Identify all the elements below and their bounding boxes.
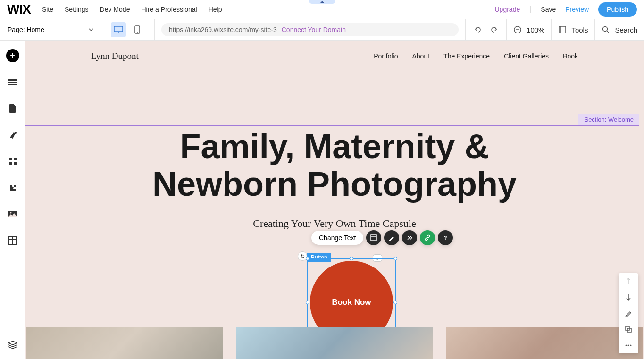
editor-canvas[interactable]: Lynn Dupont Portfolio About The Experien…	[25, 41, 644, 359]
nav-about[interactable]: About	[412, 52, 429, 60]
right-floating-panel	[619, 273, 638, 353]
top-bar-right: Upgrade | Save Preview Publish	[495, 2, 637, 17]
upgrade-link[interactable]: Upgrade	[495, 6, 520, 13]
guide-left	[95, 125, 95, 359]
nav-portfolio[interactable]: Portfolio	[374, 52, 398, 60]
add-element-button[interactable]: +	[6, 49, 19, 62]
link-icon	[424, 234, 431, 241]
image-icon	[8, 210, 17, 218]
arrow-up-icon	[626, 278, 631, 284]
svg-rect-13	[14, 162, 17, 165]
arrow-down-icon	[626, 294, 631, 301]
more-icon	[625, 344, 632, 346]
menu-help[interactable]: Help	[209, 6, 222, 13]
apps-button[interactable]	[6, 155, 19, 168]
tools-icon	[558, 25, 567, 34]
menu-site[interactable]: Site	[42, 6, 53, 13]
layout-icon	[370, 234, 377, 241]
svg-rect-0	[114, 26, 123, 32]
svg-point-9	[15, 132, 17, 134]
pages-button[interactable]	[6, 102, 19, 115]
layout-button[interactable]	[366, 230, 381, 245]
url-pill[interactable]: https://inka269.wixsite.com/my-site-3 Co…	[161, 23, 459, 36]
resize-handle-tr[interactable]	[393, 257, 397, 260]
layers-button[interactable]	[6, 338, 19, 351]
search-label: Search	[615, 26, 637, 34]
svg-point-5	[603, 27, 608, 32]
site-nav: Portfolio About The Experience Client Ga…	[374, 52, 578, 60]
svg-point-15	[10, 212, 11, 214]
sections-icon	[8, 78, 17, 86]
undo-button[interactable]	[472, 24, 484, 35]
connect-domain-link[interactable]: Connect Your Domain	[282, 26, 346, 33]
copy-button[interactable]	[619, 321, 638, 337]
zoom-group[interactable]: 100%	[506, 19, 551, 40]
sections-button[interactable]	[6, 75, 19, 89]
search-button[interactable]: Search	[594, 19, 644, 40]
help-button[interactable]: ?	[438, 230, 453, 245]
zoom-level: 100%	[527, 26, 544, 34]
site-header[interactable]: Lynn Dupont Portfolio About The Experien…	[25, 41, 644, 71]
desktop-view-button[interactable]	[111, 22, 126, 37]
hero-title-line1: Family, Maternity &	[180, 127, 489, 165]
link-button[interactable]	[420, 230, 435, 245]
resize-handle-mr[interactable]	[393, 301, 397, 304]
resize-handle-tm[interactable]	[350, 257, 353, 260]
more-button[interactable]	[619, 337, 638, 353]
media-button[interactable]	[6, 208, 19, 221]
top-drawer-handle[interactable]	[309, 0, 335, 4]
svg-rect-4	[559, 26, 566, 33]
mobile-view-button[interactable]	[130, 22, 145, 37]
preview-button[interactable]: Preview	[565, 6, 589, 13]
resize-handle-tl[interactable]	[306, 257, 309, 260]
zoom-icon	[513, 25, 522, 34]
chevron-down-icon	[89, 28, 93, 31]
move-up-button[interactable]	[619, 273, 638, 289]
edit-button[interactable]	[619, 305, 638, 321]
element-floating-toolbar: Change Text ?	[311, 230, 453, 245]
design-button[interactable]	[384, 230, 399, 245]
theme-button[interactable]	[6, 128, 19, 142]
menu-hire-professional[interactable]: Hire a Professional	[141, 6, 197, 13]
redo-icon	[490, 25, 498, 34]
gallery-image-2[interactable]	[236, 327, 433, 359]
undo-icon	[474, 25, 482, 34]
move-down-button[interactable]	[619, 289, 638, 305]
menu-dev-mode[interactable]: Dev Mode	[100, 6, 130, 13]
svg-rect-12	[9, 162, 12, 165]
url-bar: https://inka269.wixsite.com/my-site-3 Co…	[155, 23, 465, 36]
page-selector-label: Page: Home	[8, 26, 44, 33]
gallery-image-1[interactable]	[26, 327, 223, 359]
animation-button[interactable]	[402, 230, 417, 245]
svg-point-21	[626, 345, 627, 346]
guide-right	[552, 125, 552, 359]
svg-point-2	[137, 32, 138, 33]
change-text-button[interactable]: Change Text	[311, 231, 363, 245]
layers-icon	[8, 341, 17, 349]
svg-rect-7	[8, 82, 17, 83]
site-url: https://inka269.wixsite.com/my-site-3	[169, 26, 277, 33]
nav-book[interactable]: Book	[563, 52, 578, 60]
save-button[interactable]: Save	[541, 6, 556, 13]
resize-handle-ml[interactable]	[306, 301, 309, 304]
puzzle-icon	[8, 184, 17, 192]
undo-redo-group	[465, 19, 506, 40]
content-manager-button[interactable]	[6, 234, 19, 247]
nav-experience[interactable]: The Experience	[443, 52, 490, 60]
mobile-icon	[134, 25, 140, 34]
add-apps-button[interactable]	[6, 181, 19, 194]
site-title[interactable]: Lynn Dupont	[91, 51, 139, 61]
tools-label: Tools	[571, 26, 588, 34]
page-content: Lynn Dupont Portfolio About The Experien…	[25, 41, 644, 359]
gallery-image-3[interactable]	[446, 327, 643, 359]
svg-point-22	[628, 345, 629, 346]
image-gallery-strip	[25, 327, 644, 359]
redo-button[interactable]	[488, 24, 500, 35]
section-label[interactable]: Section: Welcome	[578, 114, 639, 125]
tools-button[interactable]: Tools	[551, 19, 594, 40]
svg-rect-6	[8, 79, 17, 81]
publish-button[interactable]: Publish	[598, 2, 637, 17]
nav-client-galleries[interactable]: Client Galleries	[504, 52, 549, 60]
page-selector[interactable]: Page: Home	[0, 19, 101, 40]
menu-settings[interactable]: Settings	[65, 6, 89, 13]
